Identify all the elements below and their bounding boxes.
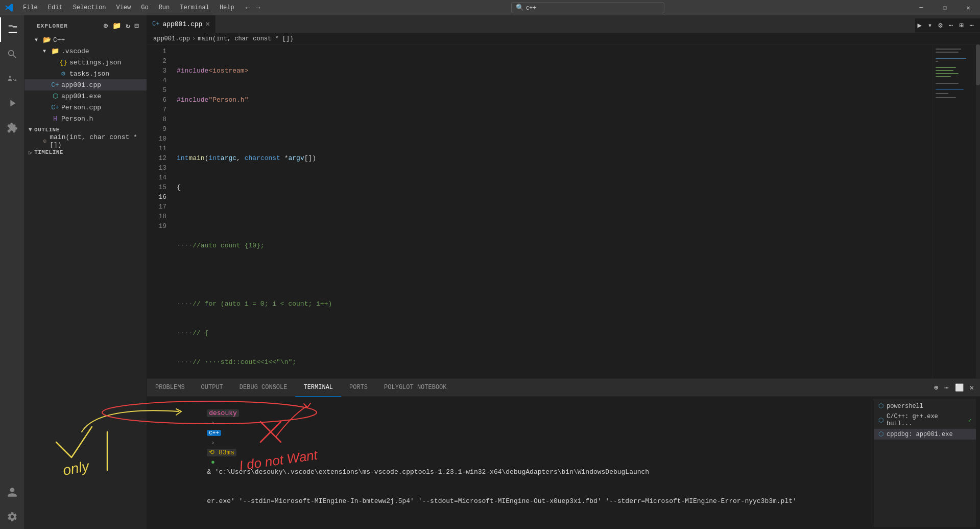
vscode-folder-label: .vscode: [61, 48, 89, 55]
panel-tab-ports[interactable]: PORTS: [341, 379, 376, 397]
run-button[interactable]: ▶: [915, 20, 923, 31]
svg-rect-9: [936, 83, 959, 84]
svg-rect-8: [936, 76, 951, 77]
tree-cpp-folder[interactable]: ▼ 📂 C++: [25, 34, 147, 45]
svg-rect-7: [936, 73, 959, 74]
tree-settings-json[interactable]: ▷ {} settings.json: [25, 57, 147, 68]
forward-button[interactable]: →: [254, 3, 262, 13]
run-dropdown-button[interactable]: ▾: [926, 20, 934, 31]
collapse-all-button[interactable]: ⊟: [134, 20, 140, 31]
svg-rect-2: [936, 52, 959, 53]
activity-bar: [0, 15, 25, 529]
panel-tab-polyglot[interactable]: POLYGLOT NOTEBOOK: [376, 379, 455, 397]
tree-person-cpp[interactable]: ▷ C+ Person.cpp: [25, 102, 147, 113]
code-editor[interactable]: 1 2 3 4 5 6 7 8 9 10 11 12 13 14 15 16 1: [147, 44, 980, 378]
menu-terminal[interactable]: Terminal: [175, 0, 214, 15]
new-terminal-button[interactable]: ⊕: [932, 382, 940, 393]
line-num-5: 5: [147, 85, 166, 95]
panel-tab-debug-console[interactable]: DEBUG CONSOLE: [231, 379, 296, 397]
term-user-1: desouky: [207, 409, 239, 417]
line-num-17: 17: [147, 202, 166, 212]
menu-edit[interactable]: Edit: [43, 0, 68, 15]
svg-rect-1: [936, 49, 961, 50]
tab-bar: C+ app001.cpp ✕ ▶ ▾ ⚙ ⋯ ⊞ ⋯: [147, 15, 980, 33]
person-h-icon: H: [51, 115, 59, 123]
cppdbg-icon: ⬡: [878, 430, 883, 438]
tree-tasks-json[interactable]: ▷ ⚙ tasks.json: [25, 68, 147, 79]
nav-buttons: ← →: [240, 3, 267, 13]
back-button[interactable]: ←: [244, 3, 252, 13]
restore-button[interactable]: ❐: [933, 0, 957, 15]
refresh-button[interactable]: ↻: [125, 20, 131, 31]
terminal-main[interactable]: desouky › C++ › ⟲ 83ms ● & 'c:\Users\des…: [151, 399, 874, 527]
panel-tab-output[interactable]: OUTPUT: [193, 379, 231, 397]
app001-exe-icon: ⬡: [51, 92, 59, 100]
terminal-maximize-button[interactable]: ⬜: [953, 382, 966, 393]
activity-account[interactable]: [0, 480, 25, 504]
tree-vscode-folder[interactable]: ▼ 📁 .vscode: [25, 45, 147, 57]
menu-help[interactable]: Help: [214, 0, 240, 15]
breadcrumb-file[interactable]: app001.cpp: [153, 35, 190, 42]
terminal-build[interactable]: ⬡ C/C++: g++.exe buil... ✓: [874, 411, 976, 429]
app001-cpp-icon: C+: [51, 81, 59, 89]
minimize-button[interactable]: ─: [910, 0, 933, 15]
timeline-section-title[interactable]: ▷ TIMELINE: [25, 147, 147, 158]
menu-file[interactable]: File: [18, 0, 43, 15]
breadcrumb-symbol[interactable]: main(int, char const * []): [198, 35, 293, 42]
outline-main-fn[interactable]: ⊙ main(int, char const * []): [25, 135, 147, 147]
explorer-title: EXPLORER: [37, 23, 68, 29]
panel-tab-terminal[interactable]: TERMINAL: [295, 379, 341, 397]
tab-app001-cpp[interactable]: C+ app001.cpp ✕: [147, 15, 216, 33]
code-line-10: ····// {: [177, 328, 933, 338]
svg-rect-11: [936, 93, 948, 94]
code-line-1: #include <iostream>: [177, 66, 933, 76]
search-input[interactable]: [526, 4, 660, 11]
timeline-label: TIMELINE: [34, 149, 63, 155]
person-cpp-label: Person.cpp: [61, 104, 101, 111]
term-cpp-badge-1: C++: [207, 430, 221, 436]
terminal-more-button[interactable]: ⋯: [942, 382, 950, 393]
debug-config-button[interactable]: ⚙: [936, 20, 944, 31]
split-editor-button[interactable]: ⊞: [957, 20, 965, 31]
line-num-16: 16: [147, 192, 166, 202]
tree-person-h[interactable]: ▷ H Person.h: [25, 113, 147, 124]
activity-extensions[interactable]: [0, 116, 25, 140]
new-file-button[interactable]: ⊕: [103, 20, 109, 31]
menu-go[interactable]: Go: [136, 0, 153, 15]
menu-view[interactable]: View: [111, 0, 136, 15]
activity-explorer[interactable]: [0, 17, 25, 42]
terminal-line-1: desouky › C++ › ⟲ 83ms ● & 'c:\Users\des…: [151, 399, 874, 487]
activity-run-debug[interactable]: [0, 91, 25, 116]
cpp-folder-arrow: ▼: [35, 37, 41, 43]
activity-source-control[interactable]: [0, 66, 25, 91]
close-button[interactable]: ✕: [957, 0, 980, 15]
activity-search[interactable]: [0, 42, 25, 66]
settings-json-icon: {}: [59, 59, 67, 66]
editor-toolbar: ▶ ▾ ⚙ ⋯ ⊞ ⋯: [915, 18, 980, 33]
tree-app001-exe[interactable]: ▷ ⬡ app001.exe: [25, 90, 147, 102]
menu-run[interactable]: Run: [154, 0, 175, 15]
new-folder-button[interactable]: 📁: [111, 20, 123, 31]
line-num-8: 8: [147, 114, 166, 124]
more-tabs-button[interactable]: ⋯: [968, 20, 976, 31]
build-check-icon: ✓: [968, 417, 972, 424]
panel-tab-problems[interactable]: PROBLEMS: [147, 379, 193, 397]
line-num-4: 4: [147, 76, 166, 85]
vscode-folder-arrow: ▼: [43, 49, 49, 54]
code-line-11: ····// ····std::cout<<i<<"\n";: [177, 357, 933, 367]
code-content[interactable]: #include <iostream> #include "Person.h" …: [173, 44, 933, 378]
menu-selection[interactable]: Selection: [68, 0, 111, 15]
scrollbar[interactable]: [976, 44, 980, 378]
scrollbar-thumb[interactable]: [976, 44, 980, 85]
terminal-close-button[interactable]: ✕: [968, 382, 976, 393]
more-actions-button[interactable]: ⋯: [947, 20, 955, 31]
activity-settings[interactable]: [0, 504, 25, 529]
sidebar-header-actions: ⊕ 📁 ↻ ⊟: [103, 20, 140, 31]
tree-app001-cpp[interactable]: ▷ C+ app001.cpp: [25, 79, 147, 90]
tab-close-button[interactable]: ✕: [205, 20, 209, 28]
terminal-powershell[interactable]: ⬡ powershell: [874, 401, 976, 411]
title-bar: File Edit Selection View Go Run Terminal…: [0, 0, 980, 15]
terminal-cppdbg[interactable]: ⬡ cppdbg: app001.exe: [874, 429, 976, 440]
editor-content-wrapper: 1 2 3 4 5 6 7 8 9 10 11 12 13 14 15 16 1: [147, 44, 980, 529]
main-container: EXPLORER ⊕ 📁 ↻ ⊟ ▼ 📂 C++ ▼ 📁 .vscode ▷ {…: [0, 15, 980, 529]
